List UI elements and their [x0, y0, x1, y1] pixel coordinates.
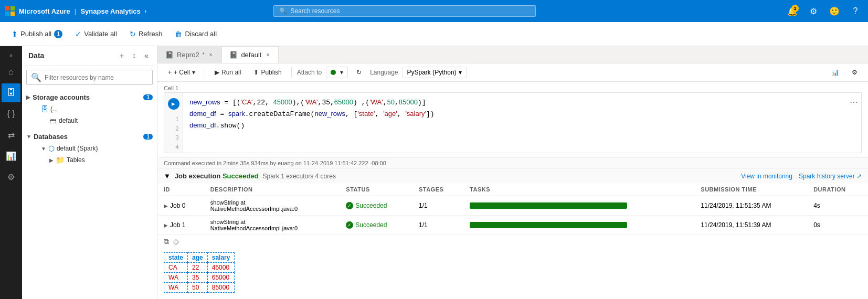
validate-all-button[interactable]: ✓ Validate all [70, 27, 122, 41]
storage-count-badge: 1 [143, 94, 153, 100]
publish-button[interactable]: ⬆ Publish [249, 67, 285, 78]
data-panel-title: Data [28, 51, 113, 60]
data-panel: Data + ↕ « 🔍 ▶ Storage accounts 1 🗄 (...… [22, 46, 157, 299]
cell-area: Cell 1 ▶ 1234 new_rows = [('CA',22, 4500… [157, 82, 868, 299]
job-expand-icon[interactable]: ▶ [164, 203, 168, 209]
output-icons: ⧉ ◇ [157, 235, 868, 248]
home-button[interactable]: ⌂ [2, 62, 20, 81]
validate-icon: ✓ [75, 30, 81, 38]
storage-chevron-icon: ▶ [26, 94, 30, 100]
progress-bar-fill [470, 222, 627, 228]
job-expand-icon[interactable]: ▶ [164, 222, 168, 228]
data-button[interactable]: 🗄 [2, 83, 20, 102]
microsoft-logo [5, 6, 15, 16]
spark-history-link[interactable]: Spark history server ↗ [799, 173, 862, 180]
col-description: DESCRIPTION [204, 183, 340, 196]
language-value: PySpark (Python) [407, 69, 457, 76]
manage-button[interactable]: ⚙ [2, 167, 20, 186]
add-resource-button[interactable]: + [118, 50, 126, 61]
status-text: Succeeded [355, 202, 387, 209]
databases-label: Databases [34, 133, 68, 141]
monitor-button[interactable]: 📊 [2, 146, 20, 165]
tab-default-close[interactable]: × [264, 51, 271, 58]
databases-chevron-icon: ▼ [26, 134, 31, 140]
develop-button[interactable]: { } [2, 104, 20, 123]
storage-item-label: (... [50, 105, 58, 113]
storage-item[interactable]: 🗄 (... [22, 103, 157, 115]
discard-all-label: Discard all [185, 30, 217, 38]
notification-bell-button[interactable]: 🔔 1 [785, 4, 800, 18]
emoji-button[interactable]: 🙂 [827, 4, 842, 18]
cell-run-button[interactable]: ▶ [168, 98, 179, 110]
job-submission-cell: 11/24/2019, 11:51:39 AM [694, 216, 807, 235]
output-data-row: WA5085000 [164, 283, 235, 293]
spark-info: Spark 1 executors 4 cores [263, 173, 336, 180]
cell-more-button[interactable]: ⋯ [846, 93, 861, 153]
databases-header[interactable]: ▼ Databases 1 [22, 131, 157, 143]
tab-default-label: default [241, 51, 261, 59]
search-placeholder: Search resources [290, 7, 340, 15]
collapse-chevron-icon[interactable]: ▼ [164, 172, 171, 180]
progress-bar-container [470, 222, 627, 228]
refresh-cluster-icon: ↻ [356, 69, 362, 76]
cell-1-container: ▶ 1234 new_rows = [('CA',22, 45000),('WA… [164, 92, 862, 153]
refresh-label: Refresh [139, 30, 163, 38]
validate-all-label: Validate all [84, 30, 117, 38]
add-cell-button[interactable]: + + Cell ▾ [164, 67, 199, 78]
jobs-table-container: ID DESCRIPTION STATUS STAGES TASKS SUBMI… [157, 183, 868, 235]
discard-all-button[interactable]: 🗑 Discard all [170, 27, 222, 41]
add-icon: + [168, 69, 172, 76]
cell-1-label: Cell 1 [157, 82, 868, 92]
col-submission-time: SUBMISSION TIME [694, 183, 807, 196]
job-execution-header: ▼ Job execution Succeeded Spark 1 execut… [157, 168, 868, 183]
db-chevron-icon: ▼ [41, 146, 46, 152]
resource-search-box[interactable]: 🔍 [26, 70, 153, 85]
search-icon: 🔍 [279, 7, 287, 15]
collapse-panel-button[interactable]: « [142, 50, 151, 61]
refresh-button[interactable]: ↻ Refresh [124, 27, 168, 41]
publish-all-badge: 1 [54, 30, 62, 38]
content-area: 📓 Repro2 * × 📓 default × + + Cell ▾ ▶ Ru… [157, 46, 868, 299]
output-data-cell: 85000 [207, 283, 235, 293]
col-stages: STAGES [412, 183, 463, 196]
cell-gutter: ▶ 1234 [164, 93, 183, 153]
output-data-row: WA3565000 [164, 273, 235, 283]
default-storage-item[interactable]: 🗃 default [22, 115, 157, 126]
copy-icon[interactable]: ⧉ [164, 237, 169, 246]
resource-search-input[interactable] [45, 74, 148, 81]
more-settings-button[interactable]: ⚙ [848, 67, 862, 78]
storage-accounts-header[interactable]: ▶ Storage accounts 1 [22, 91, 157, 103]
language-dropdown[interactable]: PySpark (Python) ▾ [403, 67, 467, 78]
storage-child-icon: 🗃 [49, 116, 57, 125]
job-execution-label: Job execution Succeeded [175, 172, 259, 180]
refresh-cluster-button[interactable]: ↻ [352, 67, 366, 78]
view-monitoring-link[interactable]: View in monitoring [741, 173, 792, 180]
run-all-button[interactable]: ▶ Run all [210, 67, 245, 78]
main-layout: » ⌂ 🗄 { } ⇄ 📊 ⚙ Data + ↕ « 🔍 ▶ Storage a… [0, 46, 868, 299]
job-stages-cell: 1/1 [412, 196, 463, 216]
global-search[interactable]: 🔍 Search resources [273, 5, 536, 17]
settings-button[interactable]: ⚙ [806, 4, 821, 18]
help-button[interactable]: ? [848, 4, 863, 18]
publish-all-button[interactable]: ⬆ Publish all 1 [6, 27, 68, 41]
output-data-cell: 45000 [207, 263, 235, 273]
azure-label: Microsoft Azure [19, 7, 70, 15]
tab-repro2[interactable]: 📓 Repro2 * × [157, 46, 221, 63]
expand-button[interactable]: » [7, 50, 15, 60]
cell-code[interactable]: new_rows = [('CA',22, 45000),('WA',35,65… [183, 93, 846, 153]
attach-to-dropdown[interactable]: ▾ [326, 67, 348, 78]
notification-badge: 1 [791, 5, 799, 12]
clear-icon[interactable]: ◇ [173, 237, 179, 246]
tab-repro2-close[interactable]: × [208, 51, 214, 58]
tables-item[interactable]: ▶ 📁 Tables [22, 154, 157, 166]
default-spark-item[interactable]: ▼ ⬡ default (Spark) [22, 143, 157, 154]
chart-button[interactable]: 📊 [827, 67, 843, 78]
default-spark-label: default (Spark) [57, 145, 98, 152]
nav-chevron-icon[interactable]: › [145, 8, 146, 14]
tab-default[interactable]: 📓 default × [221, 46, 279, 63]
job-stages-cell: 1/1 [412, 216, 463, 235]
integrate-button[interactable]: ⇄ [2, 125, 20, 144]
top-navigation: Microsoft Azure | Synapse Analytics › 🔍 … [0, 0, 868, 22]
output-col-header: state [164, 253, 188, 263]
sort-button[interactable]: ↕ [130, 50, 138, 61]
